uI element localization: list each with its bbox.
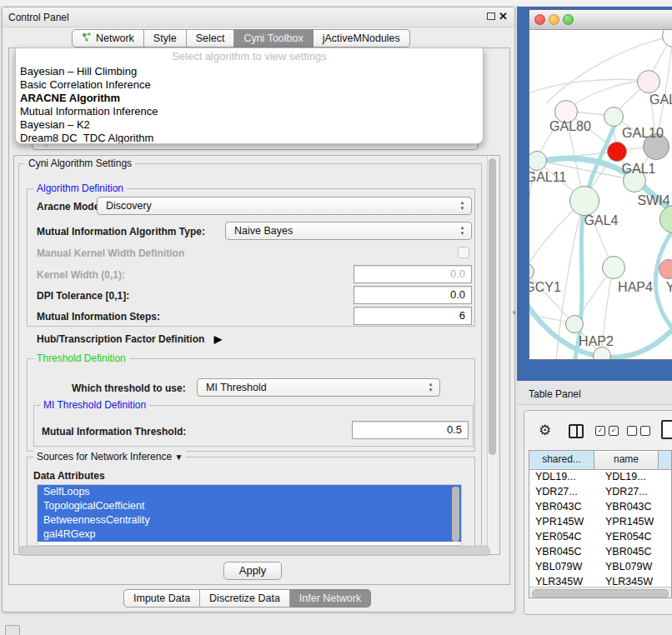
- column-header-a[interactable]: A: [659, 451, 672, 470]
- table-cell: YBL079W: [599, 559, 669, 574]
- close-icon[interactable]: ✕: [499, 10, 508, 22]
- sources-group-title: Sources for Network Inference: [37, 451, 172, 462]
- table-horizontal-scrollbar-thumb[interactable]: [532, 589, 669, 598]
- aracne-mode-value: Discovery: [106, 200, 152, 212]
- network-node[interactable]: [604, 107, 624, 127]
- algorithm-combo-placeholder: Select algorithm to view settings: [16, 48, 483, 65]
- bottom-tab-impute-data[interactable]: Impute Data: [123, 589, 200, 608]
- tab-cyni-toolbox[interactable]: Cyni Toolbox: [234, 29, 313, 48]
- panel-resize-handle[interactable]: [513, 311, 516, 314]
- select-all-checks-icon[interactable]: ✓✓: [595, 426, 619, 436]
- threshold-definition-title: Threshold Definition: [33, 352, 129, 364]
- settings-scrollbar-thumb[interactable]: [489, 158, 496, 455]
- network-node[interactable]: [637, 70, 660, 93]
- table-cell: YDR27...: [599, 484, 669, 499]
- table-panel-title: Table Panel: [529, 388, 581, 400]
- table-cell: 8.: [669, 529, 672, 544]
- minimized-panel-button[interactable]: [5, 625, 20, 635]
- algorithm-dropdown-popup: Select algorithm to view settings Bayesi…: [15, 48, 484, 144]
- stepper-arrows-icon: ▲▼: [459, 225, 466, 237]
- tab-style[interactable]: Style: [144, 29, 187, 48]
- node-label-swi4: SWI4: [637, 193, 669, 208]
- table-cell: YDR27...: [529, 484, 599, 499]
- network-node[interactable]: [569, 186, 599, 216]
- table-cell: YDL19...: [529, 469, 599, 484]
- tab-network[interactable]: Network: [72, 29, 144, 48]
- column-header-name[interactable]: name: [594, 451, 659, 470]
- attribute-item-selfloops[interactable]: SelfLoops: [38, 485, 461, 499]
- table-header-row: shared...nameA: [529, 451, 672, 469]
- bottom-tab-infer-network[interactable]: Infer Network: [290, 589, 371, 608]
- tab-jactivemnodules[interactable]: jActiveMNodules: [313, 29, 410, 48]
- attributes-list-scrollbar-thumb[interactable]: [452, 487, 459, 542]
- chevron-down-icon: ▼: [174, 452, 183, 462]
- table-row[interactable]: YDR27...YDR27...12: [529, 484, 672, 499]
- dpi-tolerance-field[interactable]: 0.0: [354, 286, 472, 304]
- table-row[interactable]: YBR043CYBR043C: [529, 499, 672, 514]
- table-row[interactable]: YBR045CYBR045C9.: [529, 544, 672, 559]
- control-panel-title: Control Panel: [8, 12, 69, 23]
- data-attributes-label: Data Attributes: [33, 470, 105, 482]
- table-row[interactable]: YDL19...YDL19...13: [529, 469, 672, 484]
- network-node[interactable]: [607, 142, 627, 162]
- table-cell: YDL19...: [599, 469, 669, 484]
- close-traffic-light-icon[interactable]: [534, 14, 545, 25]
- bottom-tab-discretize-data[interactable]: Discretize Data: [200, 589, 290, 608]
- attribute-item-gal4rgexp[interactable]: gal4RGexp: [38, 528, 461, 542]
- algorithm-item-bayesian-hill-climbing[interactable]: Bayesian – Hill Climbing: [16, 65, 483, 78]
- mi-steps-label: Mutual Information Steps:: [37, 311, 160, 322]
- which-threshold-combo[interactable]: MI Threshold ▲▼: [197, 378, 440, 397]
- minimize-traffic-light-icon[interactable]: [549, 14, 559, 25]
- network-node[interactable]: [565, 315, 584, 333]
- top-frame-strip: [0, 0, 672, 7]
- tab-select-label: Select: [196, 32, 225, 44]
- mi-algorithm-type-combo[interactable]: Naive Bayes ▲▼: [225, 222, 472, 240]
- algorithm-item-mutual-information-inference[interactable]: Mutual Information Inference: [16, 105, 483, 118]
- table-cell: [669, 499, 672, 514]
- mi-threshold-field[interactable]: 0.5: [352, 421, 469, 439]
- network-node[interactable]: [602, 256, 625, 279]
- tab-select[interactable]: Select: [187, 29, 235, 48]
- cyni-algorithm-settings-title: Cyni Algorithm Settings: [25, 158, 135, 169]
- table-row[interactable]: YPR145WYPR145W9.: [529, 514, 672, 529]
- algorithm-item-dream8-dc-tdc-algorithm[interactable]: Dream8 DC_TDC Algorithm: [16, 132, 483, 144]
- table-cell: 9.: [669, 514, 672, 529]
- algorithm-item-bayesian-k2[interactable]: Bayesian – K2: [16, 118, 483, 132]
- aracne-mode-combo[interactable]: Discovery ▲▼: [97, 197, 472, 215]
- zoom-traffic-light-icon[interactable]: [563, 14, 574, 25]
- control-panel-titlebar: [3, 8, 514, 28]
- table-row[interactable]: YBL079WYBL079W: [529, 559, 672, 574]
- table-body: YDL19...YDL19...13YDR27...YDR27...12YBR0…: [529, 469, 672, 598]
- attributes-horizontal-scrollbar[interactable]: [18, 546, 490, 556]
- split-columns-icon[interactable]: [569, 424, 584, 438]
- node-label-hap4: HAP4: [618, 280, 653, 295]
- apply-button[interactable]: Apply: [223, 562, 282, 580]
- node-table: shared...nameA YDL19...YDL19...13YDR27..…: [529, 450, 672, 598]
- attribute-item-betweennesscentrality[interactable]: BetweennessCentrality: [38, 513, 461, 528]
- deselect-boxes-icon[interactable]: [627, 426, 650, 436]
- table-settings-gear-icon[interactable]: ⚙: [539, 422, 551, 439]
- application-root: Control Panel ✕ NetworkStyleSelectCyni T…: [0, 0, 672, 635]
- network-canvas[interactable]: GALGAL80GAL10GAL1GAL11SWI4GAL4GCY1HAP4YH…: [529, 30, 672, 359]
- table-row[interactable]: YER054CYER054C8.: [529, 529, 672, 544]
- manual-kernel-width-checkbox[interactable]: [458, 247, 469, 258]
- kernel-width-field[interactable]: 0.0: [354, 265, 472, 283]
- sources-group-toggle[interactable]: Sources for Network Inference ▼: [33, 451, 186, 462]
- attribute-item-topologicalcoefficient[interactable]: TopologicalCoefficient: [38, 499, 461, 513]
- node-label-y: Y: [666, 280, 672, 295]
- column-header-shared[interactable]: shared...: [529, 451, 594, 470]
- float-window-icon[interactable]: [487, 12, 495, 20]
- node-label-gcy1: GCY1: [529, 280, 561, 295]
- table-cell: 12: [669, 484, 672, 499]
- node-label-gal: GAL: [649, 92, 672, 108]
- hub-definition-label: Hub/Transcription Factor Definition: [37, 333, 204, 345]
- mi-steps-field[interactable]: 6: [354, 307, 472, 325]
- algorithm-item-aracne-algorithm[interactable]: ARACNE Algorithm: [16, 92, 483, 105]
- document-icon[interactable]: [661, 420, 672, 439]
- stepper-arrows-icon: ▲▼: [459, 200, 466, 212]
- mi-algorithm-type-label: Mutual Information Algorithm Type:: [37, 226, 205, 238]
- algorithm-item-basic-correlation-inference[interactable]: Basic Correlation Inference: [16, 78, 483, 92]
- hub-definition-toggle[interactable]: Hub/Transcription Factor Definition ▶: [37, 333, 222, 345]
- which-threshold-value: MI Threshold: [206, 382, 267, 393]
- node-label-hap2: HAP2: [579, 334, 614, 349]
